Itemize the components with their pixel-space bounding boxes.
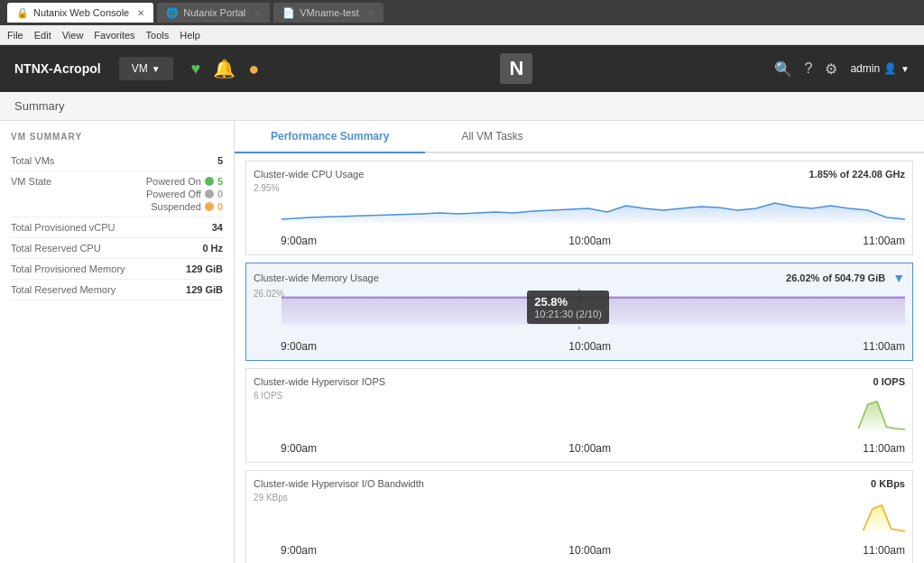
tabs-bar: Performance Summary All VM Tasks xyxy=(235,121,924,153)
bandwidth-x-label-3: 11:00am xyxy=(863,544,905,557)
bandwidth-chart-title: Cluster-wide Hypervisor I/O Bandwidth xyxy=(254,478,424,489)
bandwidth-chart-value: 0 KBps xyxy=(871,478,905,489)
cpu-x-label-3: 11:00am xyxy=(863,235,905,247)
chevron-down-icon: ▼ xyxy=(152,64,161,74)
bandwidth-x-label-1: 9:00am xyxy=(281,544,317,557)
tab-all-vm-tasks[interactable]: All VM Tasks xyxy=(425,121,559,153)
iops-chart-header: Cluster-wide Hypervisor IOPS 0 IOPS xyxy=(254,376,905,387)
iops-chart-title: Cluster-wide Hypervisor IOPS xyxy=(254,376,385,387)
powered-off-label: Powered Off xyxy=(146,189,201,199)
powered-on-dot xyxy=(205,177,214,186)
alert-icon[interactable]: 🔔 xyxy=(213,58,236,79)
search-icon[interactable]: 🔍 xyxy=(774,60,792,78)
iops-chart-svg xyxy=(254,391,905,431)
menu-edit[interactable]: Edit xyxy=(34,30,51,41)
suspended-label: Suspended xyxy=(151,201,201,212)
iops-y-label: 6 IOPS xyxy=(254,391,282,401)
suspended-count: 0 xyxy=(217,201,223,212)
tab-icon: 🔒 xyxy=(16,7,29,19)
vm-state-label: VM State xyxy=(11,176,51,187)
vm-summary-panel: VM SUMMARY Total VMs 5 VM State Powered … xyxy=(0,121,235,563)
total-provisioned-memory-label: Total Provisioned Memory xyxy=(11,263,125,274)
tab-label: Nutanix Portal xyxy=(183,7,245,18)
top-nav: NTNX-Acropol VM ▼ ♥ 🔔 ● N 🔍 ? ⚙ admin 👤 … xyxy=(0,45,924,92)
health-icon[interactable]: ♥ xyxy=(191,60,201,78)
memory-chart-title: Cluster-wide Memory Usage xyxy=(254,272,379,283)
suspended-dot xyxy=(205,202,214,211)
right-panel: Performance Summary All VM Tasks Cluster… xyxy=(235,121,924,563)
close-icon[interactable]: ✕ xyxy=(137,8,144,18)
memory-dropdown-button[interactable]: ▼ xyxy=(892,271,905,285)
bandwidth-x-labels: 9:00am 10:00am 11:00am xyxy=(254,544,905,557)
total-vms-value: 5 xyxy=(217,155,223,166)
page-header: Summary xyxy=(0,92,924,121)
cpu-y-label: 2.95% xyxy=(254,183,279,193)
menu-view[interactable]: View xyxy=(62,30,84,41)
charts-area: Cluster-wide CPU Usage 1.85% of 224.08 G… xyxy=(235,153,924,563)
bandwidth-chart-svg xyxy=(254,493,905,533)
vm-dropdown-button[interactable]: VM ▼ xyxy=(119,57,173,80)
close-icon[interactable]: ✕ xyxy=(367,8,374,18)
settings-icon[interactable]: ⚙ xyxy=(825,60,837,78)
vm-label: VM xyxy=(132,62,148,75)
vm-state-row: VM State Powered On 5 Powered Off 0 Susp… xyxy=(11,171,223,217)
menu-file[interactable]: File xyxy=(7,30,23,41)
total-reserved-cpu-label: Total Reserved CPU xyxy=(11,243,101,254)
nav-icons: ♥ 🔔 ● xyxy=(191,58,260,79)
warning-icon[interactable]: ● xyxy=(248,59,259,79)
panel-title: VM SUMMARY xyxy=(11,132,223,142)
bandwidth-y-label: 29 KBps xyxy=(254,493,288,503)
bandwidth-chart: Cluster-wide Hypervisor I/O Bandwidth 0 … xyxy=(245,470,913,563)
menu-bar: File Edit View Favorites Tools Help xyxy=(0,25,924,45)
menu-help[interactable]: Help xyxy=(180,30,200,41)
total-reserved-memory-row: Total Reserved Memory 129 GiB xyxy=(11,280,223,300)
cpu-x-label-1: 9:00am xyxy=(281,235,317,247)
tab-label: VMname-test xyxy=(300,7,358,18)
nutanix-logo: N xyxy=(500,53,532,84)
powered-on-item: Powered On 5 xyxy=(146,176,223,187)
powered-on-count: 5 xyxy=(217,176,223,187)
iops-x-label-1: 9:00am xyxy=(281,442,317,455)
cpu-chart-title: Cluster-wide CPU Usage xyxy=(254,169,364,180)
memory-x-labels: 9:00am 10:00am 11:00am xyxy=(254,340,905,353)
menu-tools[interactable]: Tools xyxy=(146,30,170,41)
bandwidth-chart-header: Cluster-wide Hypervisor I/O Bandwidth 0 … xyxy=(254,478,905,489)
memory-x-label-2: 10:00am xyxy=(568,340,611,353)
iops-chart-value: 0 IOPS xyxy=(873,376,905,387)
help-icon[interactable]: ? xyxy=(805,60,813,77)
browser-tab-nutanix-portal[interactable]: 🌐 Nutanix Portal ✕ xyxy=(157,3,270,23)
memory-header-right: 26.02% of 504.79 GiB ▼ xyxy=(786,271,905,285)
memory-tooltip: 25.8% 10:21:30 (2/10) xyxy=(527,291,609,324)
center-logo: N xyxy=(270,53,762,84)
cpu-x-label-2: 10:00am xyxy=(568,235,611,247)
tab-icon: 🌐 xyxy=(166,7,179,19)
main-layout: VM SUMMARY Total VMs 5 VM State Powered … xyxy=(0,121,924,563)
memory-x-label-1: 9:00am xyxy=(281,340,317,353)
page-title: Summary xyxy=(14,99,65,113)
suspended-item: Suspended 0 xyxy=(151,201,223,212)
cpu-x-labels: 9:00am 10:00am 11:00am xyxy=(254,235,905,247)
total-provisioned-vcpu-value: 34 xyxy=(212,222,223,233)
total-provisioned-memory-row: Total Provisioned Memory 129 GiB xyxy=(11,259,223,280)
memory-x-label-3: 11:00am xyxy=(863,340,905,353)
powered-on-label: Powered On xyxy=(146,176,201,187)
browser-tab-vmname[interactable]: 📄 VMname-test ✕ xyxy=(273,3,383,23)
powered-off-item: Powered Off 0 xyxy=(146,189,223,199)
memory-chart-value: 26.02% of 504.79 GiB xyxy=(786,272,885,283)
browser-tab-nutanix-console[interactable]: 🔒 Nutanix Web Console ✕ xyxy=(7,3,153,23)
cpu-chart-body: 2.95% xyxy=(254,183,905,233)
memory-y-label: 26.02% xyxy=(254,289,284,299)
tooltip-pct: 25.8% xyxy=(534,295,602,309)
admin-menu[interactable]: admin 👤 ▼ xyxy=(850,62,910,75)
total-reserved-cpu-value: 0 Hz xyxy=(202,243,223,254)
tab-icon: 📄 xyxy=(282,7,295,19)
nav-logo: NTNX-Acropol xyxy=(14,61,101,76)
close-icon[interactable]: ✕ xyxy=(254,8,261,18)
cpu-chart: Cluster-wide CPU Usage 1.85% of 224.08 G… xyxy=(245,161,913,255)
menu-favorites[interactable]: Favorites xyxy=(94,30,134,41)
nav-right: 🔍 ? ⚙ admin 👤 ▼ xyxy=(774,60,910,78)
memory-chart: Cluster-wide Memory Usage 26.02% of 504.… xyxy=(245,263,913,361)
vm-state-block: Powered On 5 Powered Off 0 Suspended 0 xyxy=(146,176,223,212)
tab-performance-summary[interactable]: Performance Summary xyxy=(235,121,425,153)
tab-label: Nutanix Web Console xyxy=(33,7,129,18)
